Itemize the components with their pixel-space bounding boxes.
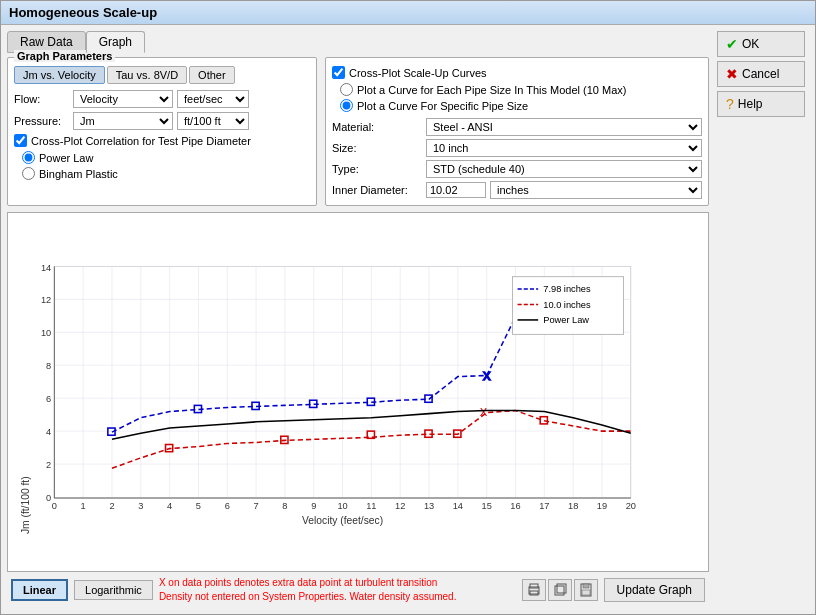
graph-parameters-group: Graph Parameters Jm vs. Velocity Tau vs.…	[7, 57, 317, 206]
svg-text:10: 10	[337, 501, 347, 511]
icon-btn-3[interactable]	[574, 579, 598, 601]
power-law-label: Power Law	[39, 152, 93, 164]
svg-text:11: 11	[366, 501, 376, 511]
note-line1: X on data points denotes extra data poin…	[159, 576, 516, 590]
window-title: Homogeneous Scale-up	[9, 5, 157, 20]
logarithmic-button[interactable]: Logarithmic	[74, 580, 153, 600]
other-tab-btn[interactable]: Other	[189, 66, 235, 84]
svg-text:5: 5	[196, 501, 201, 511]
cancel-label: Cancel	[742, 67, 779, 81]
svg-text:Power Law: Power Law	[543, 315, 589, 325]
bottom-icons	[522, 579, 598, 601]
inner-diameter-row: inches	[426, 181, 702, 199]
help-button[interactable]: ? Help	[717, 91, 805, 117]
help-label: Help	[738, 97, 763, 111]
svg-text:10: 10	[41, 328, 51, 338]
svg-text:4: 4	[167, 501, 172, 511]
pressure-label: Pressure:	[14, 115, 69, 127]
svg-text:0: 0	[46, 493, 51, 503]
svg-text:18: 18	[568, 501, 578, 511]
svg-text:8: 8	[282, 501, 287, 511]
each-pipe-radio[interactable]	[340, 83, 353, 96]
chart-svg: 0 2 4 6 8 10 12 14 0 1 2 3	[8, 213, 708, 571]
svg-text:0: 0	[52, 501, 57, 511]
main-panel: Raw Data Graph Graph Parameters Jm vs. V…	[1, 25, 715, 614]
each-pipe-row: Plot a Curve for Each Pipe Size In This …	[340, 83, 702, 96]
specific-pipe-row: Plot a Curve For Specific Pipe Size	[340, 99, 702, 112]
svg-text:19: 19	[597, 501, 607, 511]
svg-text:20: 20	[626, 501, 636, 511]
svg-text:10.0 inches: 10.0 inches	[543, 300, 591, 310]
tau-8vd-tab-btn[interactable]: Tau vs. 8V/D	[107, 66, 187, 84]
ok-button[interactable]: ✔ OK	[717, 31, 805, 57]
svg-text:4: 4	[46, 427, 51, 437]
chart-container: 0 2 4 6 8 10 12 14 0 1 2 3	[7, 212, 709, 572]
svg-text:Velocity (feet/sec): Velocity (feet/sec)	[302, 515, 383, 526]
svg-text:8: 8	[46, 361, 51, 371]
bingham-radio[interactable]	[22, 167, 35, 180]
bingham-label: Bingham Plastic	[39, 168, 118, 180]
specific-pipe-radio[interactable]	[340, 99, 353, 112]
cancel-icon: ✖	[726, 66, 738, 82]
svg-text:14: 14	[453, 501, 463, 511]
svg-text:12: 12	[41, 295, 51, 305]
svg-text:X: X	[480, 406, 488, 418]
flow-select[interactable]: Velocity	[73, 90, 173, 108]
cross-plot-scaleup-label: Cross-Plot Scale-Up Curves	[349, 67, 487, 79]
ok-label: OK	[742, 37, 759, 51]
svg-rect-91	[583, 584, 589, 588]
help-icon: ?	[726, 96, 734, 112]
cross-plot-scaleup-row: Cross-Plot Scale-Up Curves	[332, 66, 702, 79]
inner-diameter-input[interactable]	[426, 182, 486, 198]
linear-button[interactable]: Linear	[11, 579, 68, 601]
svg-text:2: 2	[46, 460, 51, 470]
each-pipe-label: Plot a Curve for Each Pipe Size In This …	[357, 84, 626, 96]
main-window: Homogeneous Scale-up Raw Data Graph Grap…	[0, 0, 816, 615]
bingham-row: Bingham Plastic	[22, 167, 310, 180]
right-panel: ✔ OK ✖ Cancel ? Help	[715, 25, 815, 614]
printer-icon	[527, 583, 541, 597]
inner-diameter-unit-select[interactable]: inches	[490, 181, 702, 199]
type-label: Type:	[332, 163, 422, 175]
flow-unit-select[interactable]: feet/sec	[177, 90, 249, 108]
svg-text:17: 17	[539, 501, 549, 511]
cancel-button[interactable]: ✖ Cancel	[717, 61, 805, 87]
cross-plot-scaleup-checkbox[interactable]	[332, 66, 345, 79]
svg-text:12: 12	[395, 501, 405, 511]
title-bar: Homogeneous Scale-up	[1, 1, 815, 25]
material-select[interactable]: Steel - ANSI	[426, 118, 702, 136]
power-law-row: Power Law	[22, 151, 310, 164]
svg-text:X: X	[483, 370, 491, 382]
svg-text:Jm (ft/100 ft): Jm (ft/100 ft)	[20, 476, 31, 534]
svg-text:7: 7	[254, 501, 259, 511]
pressure-unit-select[interactable]: ft/100 ft	[177, 112, 249, 130]
icon-btn-1[interactable]	[522, 579, 546, 601]
size-select[interactable]: 10 inch	[426, 139, 702, 157]
pressure-select[interactable]: Jm	[73, 112, 173, 130]
svg-text:13: 13	[424, 501, 434, 511]
tab-graph[interactable]: Graph	[86, 31, 145, 53]
tab-bar: Raw Data Graph	[7, 31, 709, 53]
icon-btn-2[interactable]	[548, 579, 572, 601]
pipe-details-grid: Material: Steel - ANSI Size: 10 inch Typ…	[332, 118, 702, 199]
svg-rect-88	[555, 586, 564, 595]
svg-rect-92	[582, 590, 590, 595]
inner-diameter-label: Inner Diameter:	[332, 184, 422, 196]
power-law-radio[interactable]	[22, 151, 35, 164]
size-label: Size:	[332, 142, 422, 154]
note-line2: Density not entered on System Properties…	[159, 590, 516, 604]
jm-velocity-tab-btn[interactable]: Jm vs. Velocity	[14, 66, 105, 84]
specific-pipe-label: Plot a Curve For Specific Pipe Size	[357, 100, 528, 112]
ok-icon: ✔	[726, 36, 738, 52]
svg-text:7.98 inches: 7.98 inches	[543, 284, 591, 294]
svg-text:6: 6	[225, 501, 230, 511]
material-label: Material:	[332, 121, 422, 133]
svg-text:6: 6	[46, 394, 51, 404]
update-graph-button[interactable]: Update Graph	[604, 578, 705, 602]
cross-plot-checkbox[interactable]	[14, 134, 27, 147]
type-select[interactable]: STD (schedule 40)	[426, 160, 702, 178]
cross-plot-checkbox-row: Cross-Plot Correlation for Test Pipe Dia…	[14, 134, 310, 147]
svg-text:1: 1	[81, 501, 86, 511]
svg-text:16: 16	[510, 501, 520, 511]
pressure-row: Pressure: Jm ft/100 ft	[14, 112, 310, 130]
